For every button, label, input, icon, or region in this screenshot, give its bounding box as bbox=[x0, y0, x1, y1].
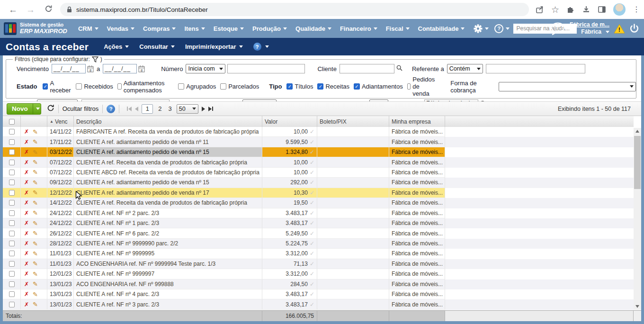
nav-menu-contabilidade[interactable]: Contabilidade bbox=[418, 25, 465, 32]
column-header-descricao[interactable]: Descrição bbox=[74, 116, 262, 127]
edit-pencil-icon[interactable]: ✎ bbox=[33, 241, 38, 247]
first-page-button[interactable] bbox=[127, 107, 132, 111]
table-row[interactable]: ✗✎17/11/22CLIENTE A ref. adiantamento pe… bbox=[3, 137, 634, 147]
table-row[interactable]: ✗✎07/12/22CLIENTE ABCD ref. Receita da v… bbox=[3, 168, 634, 178]
edit-pencil-icon[interactable]: ✎ bbox=[33, 210, 38, 216]
title-menu-ações[interactable]: Ações bbox=[104, 43, 129, 50]
column-header-boleto[interactable]: Boleto/PIX bbox=[317, 116, 389, 127]
delete-icon[interactable]: ✗ bbox=[24, 200, 29, 206]
table-row[interactable]: ✗✎24/12/22CLIENTE A ref. NF nº 2 parc. 2… bbox=[3, 208, 634, 218]
vencimento-to-input[interactable]: __/__/__ bbox=[103, 64, 137, 73]
extensions-icon[interactable] bbox=[566, 5, 575, 14]
row-checkbox[interactable] bbox=[9, 210, 15, 216]
page-number-1[interactable]: 1 bbox=[142, 104, 153, 114]
row-checkbox[interactable] bbox=[9, 251, 15, 256]
row-checkbox[interactable] bbox=[9, 261, 15, 267]
help-icon[interactable]: ? bbox=[253, 43, 261, 51]
edit-pencil-icon[interactable]: ✎ bbox=[33, 230, 38, 236]
table-row[interactable]: ✗✎12/12/22CLIENTE A ref. adiantamento pe… bbox=[3, 188, 634, 198]
forma-cobranca-select[interactable] bbox=[499, 82, 636, 91]
help-icon[interactable]: ? bbox=[494, 24, 503, 33]
table-row[interactable]: ✗✎09/12/22CLIENTE A ref. adiantamento pe… bbox=[3, 178, 634, 188]
row-checkbox[interactable] bbox=[9, 180, 15, 185]
row-checkbox[interactable] bbox=[9, 139, 15, 145]
referente-operator-select[interactable]: Contém bbox=[447, 64, 483, 73]
table-row[interactable]: ✗✎14/12/22CLIENTE A ref. Receita da vend… bbox=[3, 198, 634, 208]
account-menu[interactable]: Fábrica de m... Fábrica bbox=[570, 21, 609, 36]
delete-icon[interactable]: ✗ bbox=[24, 149, 29, 155]
edit-pencil-icon[interactable]: ✎ bbox=[33, 149, 38, 155]
delete-icon[interactable]: ✗ bbox=[24, 170, 29, 175]
scrollbar-thumb[interactable] bbox=[634, 136, 641, 189]
reload-icon[interactable] bbox=[45, 5, 53, 14]
last-page-button[interactable] bbox=[208, 107, 213, 111]
table-row[interactable]: ✗✎13/01/23CLIENTE A ref. NF nº 3 parc. 2… bbox=[3, 299, 634, 309]
scroll-down-icon[interactable] bbox=[634, 303, 641, 310]
edit-pencil-icon[interactable]: ✎ bbox=[33, 189, 38, 196]
title-menu-consultar[interactable]: Consultar bbox=[139, 43, 175, 50]
edit-pencil-icon[interactable]: ✎ bbox=[33, 169, 38, 175]
nav-menu-estoque[interactable]: Estoque bbox=[214, 25, 244, 32]
table-row[interactable]: ✗✎12/01/23CLIENTE A ref. NF nº 99999973.… bbox=[3, 269, 634, 279]
estado-checkbox[interactable]: Agrupados bbox=[178, 83, 216, 90]
table-row[interactable]: ✗✎24/12/22CLIENTE A ref. NF nº 1 parc. 2… bbox=[3, 218, 634, 228]
table-row[interactable]: ✗✎28/12/22CLIENTE A ref. NF nº 9999990 p… bbox=[3, 239, 634, 249]
tipo-checkbox[interactable]: ✓Receitas bbox=[317, 83, 349, 90]
column-header-valor[interactable]: Valor bbox=[262, 116, 317, 127]
row-checkbox[interactable] bbox=[9, 281, 15, 287]
numero-input[interactable] bbox=[227, 64, 305, 73]
row-checkbox[interactable] bbox=[9, 200, 15, 206]
edit-pencil-icon[interactable]: ✎ bbox=[33, 220, 38, 226]
edit-pencil-icon[interactable]: ✎ bbox=[33, 261, 38, 267]
row-checkbox[interactable] bbox=[9, 170, 15, 175]
edit-pencil-icon[interactable]: ✎ bbox=[33, 281, 38, 287]
estado-checkbox[interactable]: Adiantamentos compensados bbox=[117, 80, 174, 94]
delete-icon[interactable]: ✗ bbox=[24, 220, 29, 226]
edit-pencil-icon[interactable]: ✎ bbox=[33, 301, 38, 307]
table-row[interactable]: ✗✎14/11/22FABRICANTE A ref. Receita da v… bbox=[3, 127, 634, 137]
row-checkbox[interactable] bbox=[9, 160, 15, 165]
column-header-venc[interactable]: ▲Venc bbox=[47, 116, 74, 127]
cliente-input[interactable] bbox=[340, 64, 394, 73]
select-all-checkbox[interactable] bbox=[9, 119, 15, 125]
row-checkbox[interactable] bbox=[9, 129, 15, 135]
edit-pencil-icon[interactable]: ✎ bbox=[33, 129, 38, 135]
row-checkbox[interactable] bbox=[9, 291, 15, 297]
delete-icon[interactable]: ✗ bbox=[24, 190, 29, 196]
edit-pencil-icon[interactable]: ✎ bbox=[33, 159, 38, 165]
filters-legend[interactable]: Filtros (clique para configurar: ) bbox=[13, 56, 104, 63]
numero-operator-select[interactable]: Inicia com bbox=[186, 64, 225, 73]
row-checkbox[interactable] bbox=[9, 231, 15, 236]
edit-pencil-icon[interactable]: ✎ bbox=[33, 271, 38, 277]
edit-pencil-icon[interactable]: ✎ bbox=[33, 180, 38, 186]
delete-icon[interactable]: ✗ bbox=[24, 180, 29, 185]
ocultar-filtros-button[interactable]: Ocultar filtros bbox=[63, 105, 99, 112]
page-number-3[interactable]: 3 bbox=[167, 105, 173, 112]
tipo-checkbox[interactable]: ✓Adiantamentos bbox=[354, 83, 403, 90]
column-header-empresa[interactable]: Minha empresa bbox=[389, 116, 445, 127]
nav-menu-compras[interactable]: Compras bbox=[143, 25, 176, 32]
nav-menu-qualidade[interactable]: Qualidade bbox=[295, 25, 331, 32]
tipo-checkbox[interactable]: ✓Títulos bbox=[286, 83, 313, 90]
calendar-icon[interactable]: 8 bbox=[138, 65, 145, 72]
chevron-down-icon[interactable] bbox=[485, 27, 489, 30]
estado-checkbox[interactable]: Parcelados bbox=[220, 83, 259, 90]
estado-checkbox[interactable]: Recebidos bbox=[76, 83, 113, 90]
delete-icon[interactable]: ✗ bbox=[24, 291, 29, 297]
delete-icon[interactable]: ✗ bbox=[24, 271, 29, 277]
table-row[interactable]: ✗✎11/01/23CLIENTE A ref. NF nº 99999953.… bbox=[3, 249, 634, 259]
edit-pencil-icon[interactable]: ✎ bbox=[33, 139, 38, 145]
delete-icon[interactable]: ✗ bbox=[24, 210, 29, 216]
page-number-2[interactable]: 2 bbox=[157, 105, 163, 112]
vencimento-from-input[interactable]: __/__/__ bbox=[52, 64, 86, 73]
help-icon[interactable]: ? bbox=[107, 105, 115, 113]
logout-power-icon[interactable] bbox=[629, 24, 639, 34]
chevron-down-icon[interactable] bbox=[265, 45, 269, 48]
chevron-down-icon[interactable] bbox=[506, 27, 510, 30]
delete-icon[interactable]: ✗ bbox=[24, 281, 29, 287]
nav-menu-crm[interactable]: CRM bbox=[78, 25, 98, 32]
table-row[interactable]: ✗✎13/01/23ACO ENGENHARIA ref. NF nº 9998… bbox=[3, 279, 634, 289]
edit-pencil-icon[interactable]: ✎ bbox=[33, 251, 38, 257]
refresh-icon[interactable] bbox=[47, 104, 54, 113]
novo-dropdown[interactable] bbox=[33, 104, 41, 114]
